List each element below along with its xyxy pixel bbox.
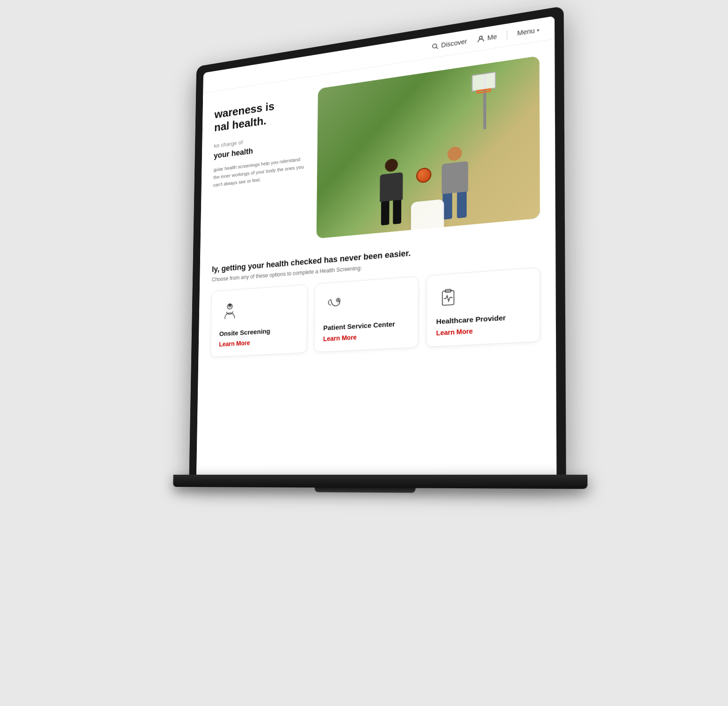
patient-service-card-title: Patient Service Center <box>323 320 395 331</box>
svg-point-0 <box>432 43 437 48</box>
stethoscope-icon <box>324 294 344 315</box>
patient-service-learn-more-link[interactable]: Learn More <box>323 333 357 342</box>
onsite-icon <box>219 300 240 323</box>
healthcare-provider-card: Healthcare Provider Learn More <box>426 267 540 347</box>
person-back-leg-left <box>381 201 389 225</box>
discover-label: Discover <box>441 37 467 49</box>
healthcare-provider-icon <box>436 285 461 310</box>
person-front-leg-right <box>457 192 467 218</box>
me-label: Me <box>487 33 497 42</box>
hero-card-overlay <box>411 199 444 234</box>
person-back-body <box>380 172 403 202</box>
person-back-legs <box>375 199 407 226</box>
onsite-screening-card: Onsite Screening Learn More <box>210 284 308 357</box>
healthcare-provider-learn-more-link[interactable]: Learn More <box>436 327 472 336</box>
laptop-base <box>173 475 587 489</box>
person-back-leg-right <box>393 200 401 224</box>
webpage: Discover Me Menu <box>196 16 556 475</box>
person-front-body <box>441 161 468 194</box>
nav-divider <box>506 30 507 39</box>
patient-service-icon <box>323 292 346 316</box>
search-icon <box>432 43 438 50</box>
hero-image-container <box>316 56 540 238</box>
onsite-card-title: Onsite Screening <box>219 327 270 337</box>
person-front-head <box>447 146 462 161</box>
person-icon <box>476 35 484 43</box>
svg-point-2 <box>479 36 482 39</box>
menu-nav-item[interactable]: Menu ▾ <box>517 26 539 37</box>
hero-title: wareness is nal health. <box>214 95 305 135</box>
hero-text: wareness is nal health. ke charge of you… <box>212 90 305 248</box>
hero-description: gular health screenings help you ndersta… <box>213 155 304 189</box>
laptop-screen-outer: Discover Me Menu <box>189 6 566 474</box>
onsite-learn-more-link[interactable]: Learn More <box>219 339 250 348</box>
healthcare-provider-card-title: Healthcare Provider <box>436 313 505 325</box>
patient-service-card: Patient Service Center Learn More <box>314 276 419 352</box>
basketball-hoop <box>470 71 499 131</box>
nurse-icon <box>220 301 238 321</box>
cards-row: Onsite Screening Learn More <box>210 267 541 357</box>
svg-point-8 <box>337 299 339 301</box>
me-nav-item[interactable]: Me <box>476 33 497 43</box>
discover-nav-item[interactable]: Discover <box>432 37 467 50</box>
clipboard-health-icon <box>438 286 459 308</box>
chevron-down-icon: ▾ <box>537 27 539 33</box>
basketball <box>416 167 431 183</box>
person-back-head <box>385 158 398 172</box>
laptop-screen-content: Discover Me Menu <box>196 16 556 475</box>
menu-label: Menu <box>517 27 535 37</box>
person-back-figure <box>375 157 407 224</box>
hoop-board <box>471 71 496 92</box>
laptop-container: Discover Me Menu <box>140 26 589 680</box>
laptop-screen-bezel: Discover Me Menu <box>196 16 556 475</box>
